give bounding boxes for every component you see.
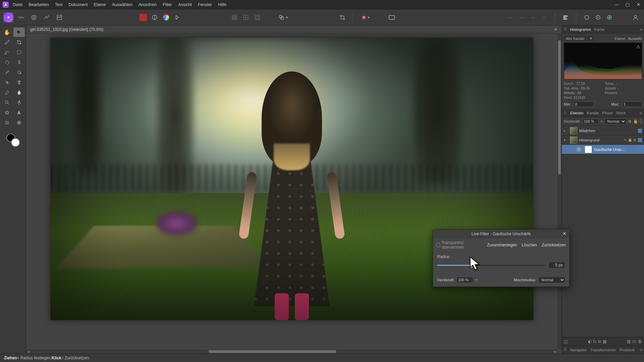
selection-brush-tool[interactable] (1, 48, 13, 57)
histogram-min-input[interactable] (574, 102, 594, 107)
zoom-tool[interactable] (13, 118, 25, 127)
persona-export[interactable] (54, 12, 64, 22)
text-tool[interactable] (13, 108, 25, 117)
auto-colors[interactable] (161, 12, 171, 22)
layer-visible-checkbox[interactable] (638, 138, 642, 142)
expand-icon[interactable]: ▸ (564, 129, 568, 132)
tab-transform[interactable]: Transformieren (590, 348, 616, 352)
tab-stock[interactable]: Stock (616, 111, 626, 115)
arrange-2[interactable]: ▭ (517, 12, 527, 22)
sync-3[interactable] (604, 12, 614, 22)
tab-brushes[interactable]: Pinsel (602, 111, 612, 115)
document-tab[interactable]: girl-535251_1920.jpg [Geändert] (75,0%) … (26, 25, 561, 34)
merge-button[interactable]: Zusammenlegen (487, 243, 517, 247)
canvas-viewport[interactable] (26, 34, 557, 350)
channel-select[interactable]: Alle Kanäle▾ (564, 36, 594, 41)
scope-layer[interactable]: Ebene (615, 37, 626, 41)
crop-tool-shortcut[interactable] (337, 12, 347, 22)
erase-tool[interactable] (1, 88, 13, 97)
arrange-4[interactable]: ▭ (539, 12, 549, 22)
persona-develop[interactable] (29, 12, 39, 22)
move-tool[interactable] (13, 27, 25, 37)
dialog-opacity-input[interactable] (457, 277, 473, 283)
persona-photo[interactable]: ✦ (3, 12, 13, 22)
live-filter-button[interactable]: ⧉ (598, 339, 601, 344)
account-button[interactable] (631, 12, 641, 22)
dialog-titlebar[interactable]: Live-Filter - Gaußsche Unschärfe ✕ (433, 230, 569, 238)
tab-navigator[interactable]: Navigator (570, 348, 587, 352)
link-icon[interactable]: ✎ (624, 138, 627, 142)
arrange-3[interactable]: ▭ (528, 12, 538, 22)
paint-brush-tool[interactable] (1, 68, 13, 77)
layer-visible-checkbox[interactable] (638, 129, 642, 133)
lock-icon[interactable]: 🔒 (628, 138, 632, 142)
show-guides[interactable] (241, 12, 251, 22)
snapping-toggle[interactable]: ▾ (276, 12, 290, 22)
layer-visible-checkbox[interactable] (638, 147, 642, 152)
maximize-button[interactable]: ▢ (625, 2, 631, 7)
live-filter-dialog[interactable]: Live-Filter - Gaußsche Unschärfe ✕ Trans… (433, 229, 570, 287)
menu-arrange[interactable]: Anordnen (139, 2, 157, 7)
preserve-alpha-checkbox[interactable]: Transparenz übernehmen (436, 240, 482, 250)
healing-tool[interactable] (1, 78, 13, 87)
sync-2[interactable] (593, 12, 603, 22)
smudge-tool[interactable] (13, 88, 25, 97)
menu-file[interactable]: Datei (13, 2, 22, 7)
tab-layers[interactable]: Ebenen (570, 111, 584, 115)
auto-levels[interactable] (150, 12, 160, 22)
menu-help[interactable]: Hilfe (218, 2, 226, 7)
fill-tool[interactable] (13, 68, 25, 77)
histogram-panel-menu[interactable]: ≡ (640, 27, 642, 32)
foreground-color[interactable] (11, 138, 20, 147)
marquee-tool[interactable] (13, 48, 25, 57)
collapse-icon[interactable]: ▾ (564, 138, 568, 142)
flood-select-tool[interactable] (13, 58, 25, 67)
menu-view[interactable]: Ansicht (178, 2, 192, 7)
persona-liquify[interactable] (16, 12, 26, 22)
crop-tool[interactable] (13, 38, 25, 47)
opacity-input[interactable] (583, 119, 599, 124)
layer-lock-icon[interactable]: 🔒 (633, 119, 638, 124)
tab-color[interactable]: Farbe (594, 27, 604, 32)
close-document-button[interactable]: ✕ (554, 27, 557, 32)
layer-maedchen[interactable]: ▸ Mädchen (562, 126, 644, 135)
menu-filter[interactable]: Filter (163, 2, 172, 7)
hand-tool[interactable]: ✋ (1, 27, 13, 37)
radius-value[interactable]: 5 px (548, 262, 565, 268)
layer-fx-icon[interactable]: ✿ (628, 119, 631, 124)
scope-selection[interactable]: Auswahl (628, 37, 642, 41)
reset-button[interactable]: Zurücksetzen (542, 243, 566, 247)
tab-channels[interactable]: Kanäle (587, 111, 599, 115)
menu-edit[interactable]: Bearbeiten (29, 2, 49, 7)
auto-white-balance[interactable] (172, 12, 182, 22)
assistant-toggle[interactable]: ▾ (359, 12, 373, 22)
menu-select[interactable]: Auswählen (112, 2, 132, 7)
show-grid[interactable] (229, 12, 239, 22)
dialog-close-button[interactable]: ✕ (562, 231, 567, 236)
histogram-max-input[interactable] (622, 102, 642, 107)
align-button[interactable] (560, 12, 571, 22)
vertical-scrollbar[interactable] (557, 34, 561, 350)
close-window-button[interactable]: ✕ (635, 2, 641, 7)
bottom-panel-menu[interactable]: ≡ (640, 348, 642, 352)
menu-document[interactable]: Dokument (69, 2, 88, 7)
tab-history[interactable]: Protokoll (620, 348, 635, 352)
sync-1[interactable] (582, 12, 592, 22)
minimize-button[interactable]: — (614, 2, 620, 7)
shape-tool[interactable] (1, 108, 13, 117)
delete-layer-button[interactable]: 🗑 (638, 339, 642, 344)
freehand-select-tool[interactable] (1, 58, 13, 67)
layer-hintergrund[interactable]: ▾ Hintergrund ✎🔒⊞ (562, 135, 644, 145)
delete-button[interactable]: Löschen (522, 243, 537, 247)
group-button[interactable]: 🗀 (632, 339, 636, 344)
dialog-blend-select[interactable]: Normal (538, 277, 565, 283)
fx-icon[interactable]: ⊞ (633, 138, 636, 142)
blend-mode-select[interactable]: Normal (605, 118, 626, 124)
mask-layer-button[interactable]: ◫ (564, 339, 568, 344)
tab-histogram[interactable]: Histogramm (570, 27, 591, 32)
show-margins[interactable] (252, 12, 262, 22)
menu-layer[interactable]: Ebene (94, 2, 106, 7)
color-swatches[interactable] (6, 133, 20, 147)
fx-button[interactable]: fx (593, 339, 596, 344)
radius-slider[interactable] (437, 265, 545, 266)
